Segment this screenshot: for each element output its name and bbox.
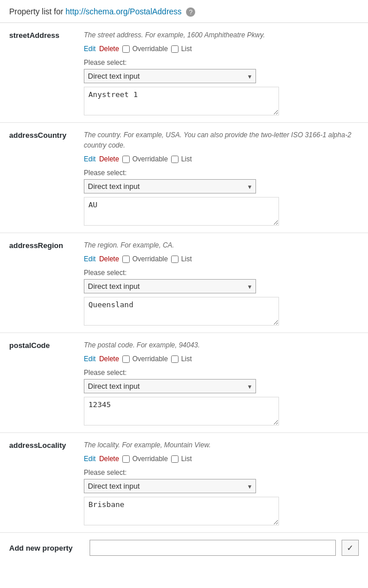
property-name-streetAddress: streetAddress xyxy=(9,30,84,115)
schema-link[interactable]: http://schema.org/PostalAddress xyxy=(65,7,181,16)
property-actions-addressLocality: Edit Delete Overridable List xyxy=(84,455,359,463)
list-checkbox-streetAddress[interactable] xyxy=(171,45,179,53)
help-icon[interactable]: ? xyxy=(186,7,195,17)
please-select-label-addressRegion: Please select: xyxy=(84,269,359,277)
overridable-label-streetAddress: Overridable xyxy=(132,45,168,53)
edit-link-postalCode[interactable]: Edit xyxy=(84,355,96,363)
properties-container: streetAddress The street address. For ex… xyxy=(0,23,368,533)
list-checkbox-postalCode[interactable] xyxy=(171,355,179,363)
property-content-addressCountry: The country. For example, USA. You can a… xyxy=(84,130,359,226)
add-new-button[interactable]: ✓ xyxy=(342,540,359,556)
property-content-addressRegion: The region. For example, CA. Edit Delete… xyxy=(84,240,359,326)
overridable-group-streetAddress: Overridable xyxy=(122,45,168,53)
property-actions-postalCode: Edit Delete Overridable List xyxy=(84,355,359,363)
list-group-addressLocality: List xyxy=(171,455,192,463)
overridable-checkbox-addressCountry[interactable] xyxy=(122,156,130,163)
overridable-checkbox-addressLocality[interactable] xyxy=(122,455,130,463)
value-textarea-addressLocality[interactable]: Brisbane xyxy=(84,497,279,525)
value-textarea-streetAddress[interactable]: Anystreet 1 xyxy=(84,87,279,115)
overridable-group-addressCountry: Overridable xyxy=(122,155,168,163)
property-content-streetAddress: The street address. For example, 1600 Am… xyxy=(84,30,359,115)
overridable-checkbox-streetAddress[interactable] xyxy=(122,45,130,53)
value-textarea-addressRegion[interactable]: Queensland xyxy=(84,297,279,326)
select-wrapper-streetAddress: Direct text input ▼ xyxy=(84,69,256,83)
property-description-addressLocality: The locality. For example, Mountain View… xyxy=(84,440,359,450)
property-content-addressLocality: The locality. For example, Mountain View… xyxy=(84,440,359,525)
value-textarea-postalCode[interactable]: 12345 xyxy=(84,397,279,425)
please-select-label-streetAddress: Please select: xyxy=(84,59,359,67)
overridable-label-addressLocality: Overridable xyxy=(132,455,168,463)
select-wrapper-addressCountry: Direct text input ▼ xyxy=(84,179,256,194)
overridable-checkbox-postalCode[interactable] xyxy=(122,355,130,363)
list-label-postalCode: List xyxy=(181,355,192,363)
delete-link-addressCountry[interactable]: Delete xyxy=(99,155,119,163)
edit-link-addressRegion[interactable]: Edit xyxy=(84,255,96,263)
property-name-postalCode: postalCode xyxy=(9,340,84,425)
list-group-postalCode: List xyxy=(171,355,192,363)
property-section-postalCode: postalCode The postal code. For example,… xyxy=(0,333,368,433)
type-select-streetAddress[interactable]: Direct text input xyxy=(84,69,256,83)
please-select-label-addressCountry: Please select: xyxy=(84,169,359,177)
edit-link-addressCountry[interactable]: Edit xyxy=(84,155,96,163)
property-content-postalCode: The postal code. For example, 94043. Edi… xyxy=(84,340,359,425)
page-title: Property list for http://schema.org/Post… xyxy=(9,7,195,16)
value-textarea-addressCountry[interactable]: AU xyxy=(84,197,279,226)
select-wrapper-addressLocality: Direct text input ▼ xyxy=(84,479,256,493)
title-prefix: Property list for xyxy=(9,7,65,16)
list-group-streetAddress: List xyxy=(171,45,192,53)
list-checkbox-addressLocality[interactable] xyxy=(171,455,179,463)
add-new-property-row: Add new property ✓ xyxy=(0,533,368,563)
select-wrapper-addressRegion: Direct text input ▼ xyxy=(84,279,256,293)
property-name-addressLocality: addressLocality xyxy=(9,440,84,525)
property-section-streetAddress: streetAddress The street address. For ex… xyxy=(0,23,368,123)
add-new-input[interactable] xyxy=(90,540,336,556)
property-actions-addressCountry: Edit Delete Overridable List xyxy=(84,155,359,163)
list-label-addressLocality: List xyxy=(181,455,192,463)
property-actions-addressRegion: Edit Delete Overridable List xyxy=(84,255,359,263)
edit-link-addressLocality[interactable]: Edit xyxy=(84,455,96,463)
type-select-addressCountry[interactable]: Direct text input xyxy=(84,179,256,194)
property-description-addressRegion: The region. For example, CA. xyxy=(84,240,359,250)
list-group-addressRegion: List xyxy=(171,255,192,263)
overridable-group-addressRegion: Overridable xyxy=(122,255,168,263)
overridable-checkbox-addressRegion[interactable] xyxy=(122,256,130,263)
page-header: Property list for http://schema.org/Post… xyxy=(0,0,368,23)
list-checkbox-addressCountry[interactable] xyxy=(171,156,179,163)
overridable-label-addressRegion: Overridable xyxy=(132,255,168,263)
list-checkbox-addressRegion[interactable] xyxy=(171,256,179,263)
type-select-postalCode[interactable]: Direct text input xyxy=(84,379,256,393)
property-description-addressCountry: The country. For example, USA. You can a… xyxy=(84,130,359,150)
please-select-label-addressLocality: Please select: xyxy=(84,469,359,477)
overridable-label-postalCode: Overridable xyxy=(132,355,168,363)
add-new-label: Add new property xyxy=(9,544,84,552)
delete-link-addressRegion[interactable]: Delete xyxy=(99,255,119,263)
property-actions-streetAddress: Edit Delete Overridable List xyxy=(84,45,359,53)
property-section-addressLocality: addressLocality The locality. For exampl… xyxy=(0,433,368,533)
property-section-addressCountry: addressCountry The country. For example,… xyxy=(0,123,368,233)
list-label-addressCountry: List xyxy=(181,155,192,163)
type-select-addressRegion[interactable]: Direct text input xyxy=(84,279,256,293)
overridable-group-addressLocality: Overridable xyxy=(122,455,168,463)
property-name-addressRegion: addressRegion xyxy=(9,240,84,326)
edit-link-streetAddress[interactable]: Edit xyxy=(84,45,96,53)
property-description-streetAddress: The street address. For example, 1600 Am… xyxy=(84,30,359,40)
list-label-addressRegion: List xyxy=(181,255,192,263)
property-section-addressRegion: addressRegion The region. For example, C… xyxy=(0,233,368,333)
list-group-addressCountry: List xyxy=(171,155,192,163)
delete-link-addressLocality[interactable]: Delete xyxy=(99,455,119,463)
delete-link-streetAddress[interactable]: Delete xyxy=(99,45,119,53)
property-name-addressCountry: addressCountry xyxy=(9,130,84,226)
type-select-addressLocality[interactable]: Direct text input xyxy=(84,479,256,493)
overridable-group-postalCode: Overridable xyxy=(122,355,168,363)
please-select-label-postalCode: Please select: xyxy=(84,369,359,377)
overridable-label-addressCountry: Overridable xyxy=(132,155,168,163)
list-label-streetAddress: List xyxy=(181,45,192,53)
property-description-postalCode: The postal code. For example, 94043. xyxy=(84,340,359,350)
delete-link-postalCode[interactable]: Delete xyxy=(99,355,119,363)
select-wrapper-postalCode: Direct text input ▼ xyxy=(84,379,256,393)
